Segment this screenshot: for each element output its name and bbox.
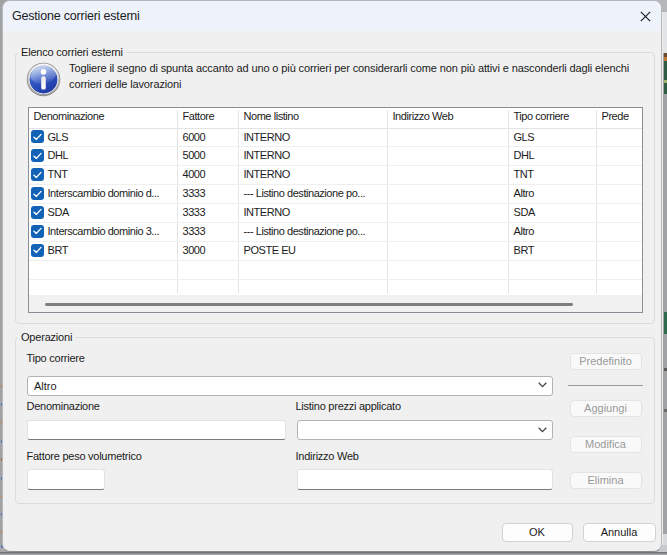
titlebar[interactable]: Gestione corrieri esterni (3, 1, 661, 31)
horizontal-scrollbar[interactable] (29, 295, 642, 313)
close-icon (640, 11, 651, 22)
label-denominazione: Denominazione (27, 400, 100, 412)
table-row[interactable]: SDA3333INTERNOSDA (29, 203, 642, 222)
table-row[interactable]: DHL5000INTERNODHL (29, 146, 642, 165)
buttons-separator (568, 385, 643, 386)
table-cell: INTERNO (244, 165, 290, 184)
chevron-down-icon (538, 427, 547, 433)
row-checkbox[interactable] (31, 206, 44, 219)
column-header-indirizzo-web[interactable]: Indirizzo Web (393, 108, 454, 126)
check-icon (33, 227, 42, 235)
indirizzo-web-input[interactable] (297, 469, 553, 490)
column-header-denominazione[interactable]: Denominazione (34, 108, 105, 126)
chevron-down-icon (538, 382, 547, 388)
check-icon (33, 190, 42, 198)
couriers-table: Denominazione Fattore Nome listino Indir… (28, 107, 643, 313)
column-header-tipo-corriere[interactable]: Tipo corriere (514, 108, 569, 126)
table-cell: INTERNO (244, 128, 290, 147)
table-row[interactable]: BRT3000POSTE EUBRT (29, 241, 642, 260)
table-row[interactable]: GLS6000INTERNOGLS (29, 128, 642, 147)
horizontal-scrollbar-thumb[interactable] (45, 303, 573, 306)
row-checkbox[interactable] (31, 149, 44, 162)
info-text-line1: Togliere il segno di spunta accanto ad u… (69, 62, 629, 74)
table-cell: Altro (514, 222, 534, 241)
table-cell: Interscambio dominio 3... (48, 222, 160, 241)
check-icon (33, 152, 42, 160)
background-block (664, 83, 667, 94)
check-icon (33, 246, 42, 254)
info-icon (26, 62, 61, 97)
label-indirizzo-web: Indirizzo Web (296, 450, 359, 462)
row-separator (29, 279, 642, 280)
table-cell: POSTE EU (244, 241, 296, 260)
denominazione-input[interactable] (27, 420, 286, 440)
background-block (664, 312, 667, 334)
ok-button[interactable]: OK (502, 523, 573, 542)
elimina-button[interactable]: Elimina (570, 472, 642, 489)
row-checkbox[interactable] (31, 168, 44, 181)
table-cell: GLS (48, 128, 69, 147)
table-row[interactable]: Interscambio dominio d...3333--- Listino… (29, 184, 642, 203)
row-separator (29, 260, 642, 261)
annulla-button[interactable]: Annulla (583, 523, 656, 542)
background-block (664, 61, 667, 80)
background-block (664, 368, 667, 371)
table-cell: --- Listino destinazione po... (244, 184, 366, 203)
info-text-line2: corrieri delle lavorazioni (69, 78, 181, 90)
table-cell: GLS (514, 128, 535, 147)
table-header: Denominazione Fattore Nome listino Indir… (29, 108, 642, 128)
background-block (664, 409, 667, 412)
close-button[interactable] (632, 1, 658, 31)
row-checkbox[interactable] (31, 244, 44, 257)
table-cell: 3333 (183, 184, 206, 203)
table-cell: Interscambio dominio d... (48, 184, 160, 203)
table-cell: --- Listino destinazione po... (244, 222, 366, 241)
table-cell: 4000 (183, 165, 206, 184)
table-cell: 3333 (183, 222, 206, 241)
table-cell: 3000 (183, 241, 206, 260)
table-cell: SDA (48, 203, 69, 222)
label-fattore-peso: Fattore peso volumetrico (27, 450, 142, 462)
table-cell: TNT (48, 165, 68, 184)
groupbox-elenco-label: Elenco corrieri esterni (18, 45, 126, 59)
dialog-gestione-corrieri: Gestione corrieri esterni Elenco corrier… (2, 0, 662, 552)
table-cell: DHL (48, 146, 69, 165)
table-cell: TNT (514, 165, 534, 184)
table-cell: BRT (514, 241, 534, 260)
check-icon (33, 133, 42, 141)
column-header-nome-listino[interactable]: Nome listino (244, 108, 299, 126)
table-cell: 3333 (183, 203, 206, 222)
table-row[interactable]: Interscambio dominio 3...3333--- Listino… (29, 222, 642, 241)
label-tipo-corriere: Tipo corriere (27, 352, 85, 364)
window-title: Gestione corrieri esterni (12, 1, 140, 31)
check-icon (33, 208, 42, 216)
predefinito-button[interactable]: Predefinito (570, 353, 642, 370)
tipo-corriere-select[interactable]: Altro (27, 376, 553, 396)
table-cell: INTERNO (244, 203, 290, 222)
aggiungi-button[interactable]: Aggiungi (570, 400, 642, 417)
listino-prezzi-select[interactable] (297, 420, 553, 440)
check-icon (33, 171, 42, 179)
modifica-button[interactable]: Modifica (570, 436, 642, 453)
tipo-corriere-value: Altro (34, 377, 57, 395)
table-cell: BRT (48, 241, 68, 260)
label-listino-prezzi: Listino prezzi applicato (296, 400, 401, 412)
table-cell: SDA (514, 203, 535, 222)
fattore-peso-input[interactable] (27, 469, 105, 490)
groupbox-operazioni-label: Operazioni (18, 330, 75, 344)
table-cell: 6000 (183, 128, 206, 147)
column-header-fattore[interactable]: Fattore (183, 108, 215, 126)
row-checkbox[interactable] (31, 187, 44, 200)
column-header-predefinito[interactable]: Predefinito (602, 108, 630, 126)
row-checkbox[interactable] (31, 130, 44, 143)
table-cell: 5000 (183, 146, 206, 165)
table-row[interactable]: TNT4000INTERNOTNT (29, 165, 642, 184)
row-checkbox[interactable] (31, 225, 44, 238)
table-cell: DHL (514, 146, 535, 165)
table-cell: Altro (514, 184, 534, 203)
table-cell: INTERNO (244, 146, 290, 165)
